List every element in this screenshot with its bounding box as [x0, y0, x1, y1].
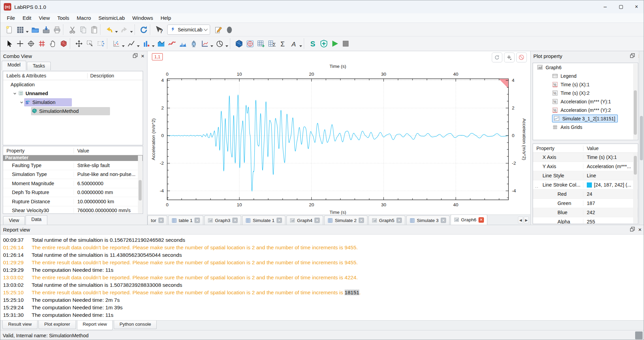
axis-plot-icon[interactable] [199, 38, 210, 49]
doc-tab-simulate-2[interactable]: Simulate 2✕ [324, 216, 367, 225]
redo-icon[interactable] [119, 24, 130, 35]
grid-hash-icon[interactable] [36, 38, 47, 49]
plot-tree-scrollbar[interactable] [633, 64, 638, 139]
pie-plot-icon[interactable] [214, 38, 225, 49]
bar-plot-icon[interactable] [141, 38, 152, 49]
expander-chevron-icon[interactable] [19, 101, 24, 104]
doc-tab-tor[interactable]: tor✕ [147, 216, 167, 225]
tree-item-unnamed[interactable]: Unnamed [3, 89, 143, 98]
plot-refresh-button[interactable] [492, 53, 502, 62]
line-plot-icon[interactable] [126, 38, 137, 49]
macro-edit-icon[interactable] [213, 24, 224, 35]
expander-chevron-icon[interactable] [535, 185, 538, 188]
doc-tab-simulate-3[interactable]: Simulate 3✕ [406, 216, 450, 225]
plot-property-row[interactable]: Alpha255 [533, 217, 638, 224]
plot-add-button[interactable] [504, 53, 515, 62]
zoom-fit-icon[interactable] [95, 38, 106, 49]
plot-tree-item-acceleration-m-y-2[interactable]: ½Acceleration (m*** (Y):2 [533, 106, 638, 114]
grid-globe-icon[interactable] [245, 38, 255, 49]
property-row[interactable]: Simulation TypePulse-like and non-pulse.… [3, 170, 143, 179]
tree-item-simulation[interactable]: SSimulation [3, 98, 143, 107]
refresh-icon[interactable] [138, 24, 149, 35]
axis-plot-icon-dropdown[interactable] [210, 45, 213, 47]
close-panel-icon[interactable]: × [638, 227, 642, 233]
menu-help[interactable]: Help [157, 14, 175, 22]
float-panel-icon[interactable] [630, 227, 635, 233]
plot-property-row[interactable]: X AxisTime (s) (X):1 [533, 153, 638, 162]
accelerogram-series[interactable] [167, 95, 508, 191]
redo-icon-dropdown[interactable] [130, 31, 133, 33]
select-cursor-icon[interactable] [4, 38, 15, 49]
area-plot-icon[interactable] [156, 38, 167, 49]
new-simulation-icon[interactable] [318, 38, 329, 49]
sum-icon[interactable]: Σ [277, 38, 288, 49]
maximize-button[interactable] [613, 0, 629, 13]
tree-item-application[interactable]: Application [3, 80, 143, 89]
histogram-plot-icon[interactable] [177, 38, 188, 49]
workbench-selector[interactable]: SeismicLab [167, 25, 210, 35]
property-row[interactable]: Deph To Rupture0.00000000 mm [3, 188, 143, 197]
std-views-icon-dropdown[interactable] [26, 31, 29, 33]
property-row[interactable]: Rupture Distance10.00000000 km [3, 197, 143, 206]
doc-tab-close-icon[interactable]: ✕ [441, 218, 446, 223]
doc-tab-graph3[interactable]: Graph3✕ [204, 216, 241, 225]
font-icon-dropdown[interactable] [299, 45, 302, 47]
save-icon[interactable] [41, 24, 51, 35]
stop-simulation-icon[interactable] [340, 38, 351, 49]
parameter-table-scrollbar[interactable] [138, 156, 142, 213]
plot-tree-item-legend[interactable]: Legend [533, 72, 638, 80]
solid-3d-icon[interactable] [234, 38, 245, 49]
doc-tab-close-icon[interactable]: ✕ [478, 217, 484, 223]
tree-item-simulationmethod[interactable]: SimulationMethod [3, 107, 143, 116]
property-row[interactable]: Shear Velocity30760000.00000000 mm/s [3, 206, 143, 214]
close-button[interactable]: × [629, 0, 644, 13]
expander-chevron-icon[interactable] [12, 92, 17, 95]
plot-property-row[interactable]: Red24 [533, 190, 638, 199]
plot-property-row[interactable]: Blue242 [533, 208, 638, 217]
undo-icon-dropdown[interactable] [115, 31, 118, 33]
tab-scroll-left-icon[interactable]: ◀ [518, 217, 523, 223]
float-panel-icon[interactable] [133, 53, 138, 59]
dock-tab-result-view[interactable]: Result view [2, 321, 37, 329]
copy-icon[interactable] [78, 24, 89, 35]
menu-macro[interactable]: Macro [73, 14, 95, 22]
doc-tab-graph5[interactable]: Graph5✕ [368, 216, 405, 225]
tab-data[interactable]: Data [26, 215, 47, 225]
solid-box-icon[interactable] [58, 38, 69, 49]
right-panel-scrollbar[interactable] [639, 51, 644, 225]
menu-windows[interactable]: Windows [129, 14, 157, 22]
whats-this-icon[interactable]: ? [154, 24, 164, 35]
bar-plot-icon-dropdown[interactable] [152, 45, 155, 47]
doc-tab-close-icon[interactable]: ✕ [314, 218, 320, 223]
std-views-icon[interactable] [15, 24, 26, 35]
doc-tab-close-icon[interactable]: ✕ [232, 218, 238, 223]
plot-tree-item-axis-grids[interactable]: Axis Grids [533, 123, 638, 131]
tab-scroll-right-icon[interactable]: ▶ [524, 217, 529, 223]
menu-file[interactable]: File [3, 14, 19, 22]
plot-property-row[interactable]: Line StyleLine [533, 171, 638, 180]
menu-seismiclab[interactable]: SeismicLab [95, 14, 129, 22]
move-icon[interactable] [74, 38, 84, 49]
menu-edit[interactable]: Edit [19, 14, 35, 22]
doc-tab-simulate-1[interactable]: Simulate 1✕ [242, 216, 285, 225]
crosshair-icon[interactable] [15, 38, 26, 49]
dock-tab-report-view[interactable]: Report view [77, 321, 113, 330]
plot-tree-item-simulate-3-1-2-1-18151-[interactable]: Simulate 3_1_2[1:18151] [533, 114, 638, 123]
plot-tree-item-graph6[interactable]: Graph6 [533, 63, 638, 72]
paste-icon[interactable] [89, 24, 99, 35]
run-simulation-icon[interactable] [329, 38, 340, 49]
resize-grip[interactable] [635, 331, 643, 339]
doc-tab-table-1[interactable]: table 1✕ [168, 216, 204, 225]
print-icon[interactable] [51, 24, 62, 35]
table-add-icon[interactable] [255, 38, 266, 49]
pan-hand-icon[interactable] [47, 38, 58, 49]
plot-tree-item-time-s-x-1[interactable]: ½Time (s) (X):1 [533, 80, 638, 89]
acceleration-chart[interactable]: 001010202030304040442200-2-2-4-4Time (s)… [147, 51, 530, 215]
tab-view[interactable]: View [3, 216, 25, 225]
plot-tree-item-time-s-x-2[interactable]: ½Time (s) (X):2 [533, 89, 638, 97]
doc-tab-close-icon[interactable]: ✕ [158, 218, 164, 223]
curve-plot-icon[interactable] [167, 38, 177, 49]
dock-tab-python-console[interactable]: Python console [114, 321, 157, 329]
font-icon[interactable]: A [288, 38, 299, 49]
table-sum-icon[interactable]: Σ [266, 38, 277, 49]
